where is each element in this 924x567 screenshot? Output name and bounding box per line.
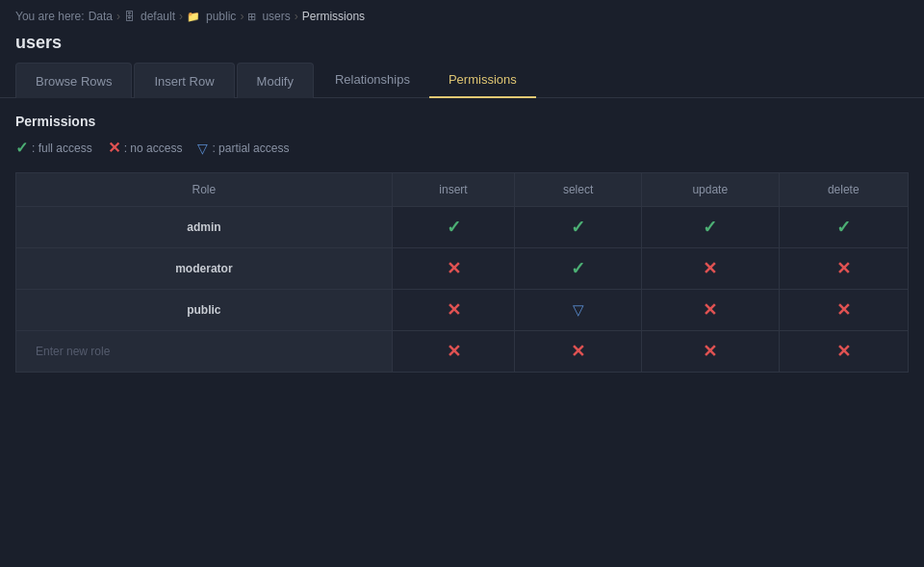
- role-cell-public: public: [16, 290, 393, 331]
- perm-update-new[interactable]: ✕: [641, 331, 779, 373]
- breadcrumb-default[interactable]: default: [141, 10, 175, 23]
- breadcrumb-users[interactable]: users: [262, 10, 290, 23]
- breadcrumb-current: Permissions: [302, 10, 365, 23]
- col-header-insert: insert: [392, 173, 515, 207]
- tab-browse-rows[interactable]: Browse Rows: [15, 63, 132, 98]
- table-row: public✕▽✕✕: [16, 290, 909, 331]
- legend-no-access: ✕ : no access: [108, 139, 183, 157]
- legend-partial-access: ▽ : partial access: [197, 141, 289, 156]
- x-icon[interactable]: ✕: [836, 259, 851, 278]
- check-icon[interactable]: ✓: [571, 218, 585, 237]
- new-role-input[interactable]: [32, 343, 376, 360]
- table-icon: ⊞: [247, 11, 256, 23]
- perm-insert-admin[interactable]: ✓: [392, 207, 515, 248]
- perm-select-moderator[interactable]: ✓: [515, 248, 642, 290]
- legend-no-access-label: : no access: [124, 142, 183, 155]
- filter-icon-legend: ▽: [197, 141, 208, 156]
- perm-select-admin[interactable]: ✓: [515, 207, 642, 248]
- x-icon[interactable]: ✕: [703, 259, 717, 278]
- perm-insert-public[interactable]: ✕: [392, 290, 515, 331]
- x-icon[interactable]: ✕: [836, 342, 851, 361]
- perm-insert-new[interactable]: ✕: [392, 331, 515, 373]
- col-header-select: select: [515, 173, 642, 207]
- x-icon[interactable]: ✕: [447, 342, 461, 361]
- perm-delete-public[interactable]: ✕: [779, 290, 908, 331]
- breadcrumb-sep-3: ›: [240, 10, 244, 23]
- breadcrumb-data[interactable]: Data: [89, 10, 113, 23]
- permissions-section-title: Permissions: [15, 114, 909, 129]
- permissions-table: Role insert select update delete admin✓✓…: [15, 172, 909, 373]
- check-icon-legend: ✓: [15, 139, 28, 157]
- x-icon[interactable]: ✕: [447, 259, 461, 278]
- perm-update-admin[interactable]: ✓: [641, 207, 779, 248]
- perm-delete-new[interactable]: ✕: [779, 331, 908, 373]
- legend-full-access: ✓ : full access: [15, 139, 92, 157]
- check-icon[interactable]: ✓: [836, 218, 851, 237]
- col-header-role: Role: [16, 173, 393, 207]
- tab-permissions[interactable]: Permissions: [429, 63, 536, 98]
- breadcrumb-sep-2: ›: [179, 10, 183, 23]
- breadcrumb-sep-1: ›: [116, 10, 120, 23]
- x-icon-legend: ✕: [108, 139, 120, 157]
- breadcrumb-public[interactable]: public: [206, 10, 236, 23]
- role-cell-admin: admin: [16, 207, 393, 248]
- breadcrumb: You are here: Data › 🗄 default › 📁 publi…: [0, 0, 924, 29]
- check-icon[interactable]: ✓: [571, 259, 585, 278]
- x-icon[interactable]: ✕: [703, 342, 717, 361]
- perm-select-public[interactable]: ▽: [515, 290, 642, 331]
- perm-delete-admin[interactable]: ✓: [779, 207, 908, 248]
- db-icon: 🗄: [124, 11, 135, 22]
- perm-insert-moderator[interactable]: ✕: [392, 248, 515, 290]
- perm-update-moderator[interactable]: ✕: [641, 248, 779, 290]
- table-row: moderator✕✓✕✕: [16, 248, 909, 290]
- x-icon[interactable]: ✕: [703, 300, 717, 320]
- tab-insert-row[interactable]: Insert Row: [134, 63, 234, 98]
- legend-full-access-label: : full access: [32, 142, 92, 155]
- folder-icon: 📁: [187, 11, 200, 23]
- tab-modify[interactable]: Modify: [237, 63, 314, 98]
- perm-update-public[interactable]: ✕: [641, 290, 779, 331]
- x-icon[interactable]: ✕: [447, 300, 461, 320]
- breadcrumb-sep-4: ›: [295, 10, 298, 23]
- table-header-row: Role insert select update delete: [16, 173, 909, 207]
- check-icon[interactable]: ✓: [703, 218, 717, 237]
- page-title: users: [0, 29, 924, 63]
- col-header-delete: delete: [779, 173, 908, 207]
- tabs-container: Browse Rows Insert Row Modify Relationsh…: [0, 63, 924, 98]
- role-cell-moderator: moderator: [16, 248, 393, 290]
- content-area: Permissions ✓ : full access ✕ : no acces…: [0, 98, 924, 388]
- permissions-legend: ✓ : full access ✕ : no access ▽ : partia…: [15, 139, 909, 157]
- breadcrumb-prefix: You are here:: [15, 10, 85, 23]
- table-row: ✕✕✕✕: [16, 331, 909, 373]
- x-icon[interactable]: ✕: [836, 300, 851, 320]
- x-icon[interactable]: ✕: [571, 342, 585, 361]
- perm-delete-moderator[interactable]: ✕: [779, 248, 908, 290]
- legend-partial-access-label: : partial access: [212, 142, 289, 155]
- check-icon[interactable]: ✓: [447, 218, 461, 237]
- filter-icon[interactable]: ▽: [573, 301, 584, 318]
- new-role-cell[interactable]: [16, 331, 393, 373]
- table-row: admin✓✓✓✓: [16, 207, 909, 248]
- perm-select-new[interactable]: ✕: [515, 331, 642, 373]
- tab-relationships[interactable]: Relationships: [316, 63, 429, 98]
- col-header-update: update: [641, 173, 779, 207]
